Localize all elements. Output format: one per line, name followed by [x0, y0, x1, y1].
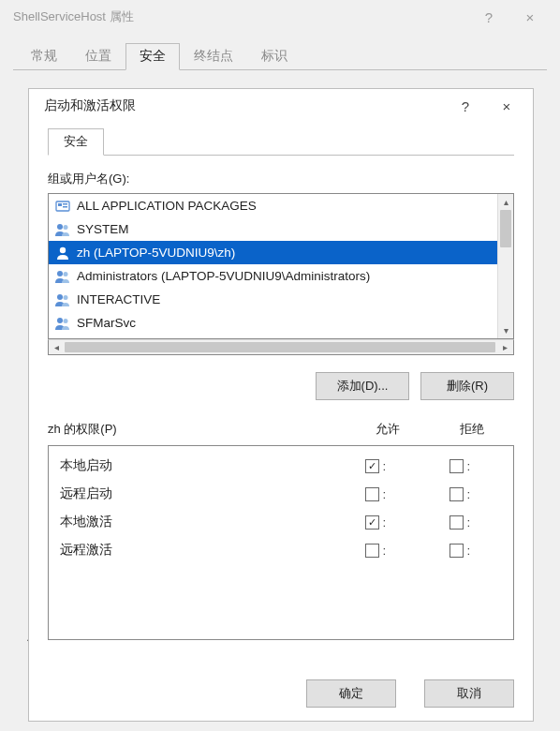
permissions-box: 本地启动✓ : :远程启动 : :本地激活✓ : :远程激活 : : [48, 445, 514, 640]
user-icon [54, 245, 71, 261]
permission-row: 远程激活 : : [49, 536, 513, 564]
svg-point-6 [60, 246, 66, 252]
tab-identity[interactable]: 标识 [247, 43, 302, 70]
permission-label: 本地激活 [60, 514, 333, 530]
scroll-track[interactable] [498, 210, 513, 322]
dialog-help-button[interactable]: ? [445, 92, 486, 120]
svg-rect-2 [63, 203, 67, 205]
checkbox-allow[interactable]: ✓ [365, 515, 379, 530]
users-group-icon [54, 268, 71, 285]
tab-endpoint[interactable]: 终结点 [180, 43, 247, 70]
launch-activation-permissions-dialog: 启动和激活权限 ? × 安全 组或用户名(G): ALL APPLICATION… [28, 88, 534, 722]
list-item-label: Administrators (LAPTOP-5VUDNIU9\Administ… [77, 269, 370, 283]
svg-point-7 [57, 271, 63, 276]
users-group-icon [54, 315, 71, 332]
permissions-col-deny: 拒绝 [430, 421, 514, 438]
list-item-label: SFMarSvc [77, 316, 136, 330]
checkbox-allow[interactable]: ✓ [365, 459, 379, 473]
svg-rect-1 [58, 203, 62, 206]
scroll-down-icon[interactable]: ▾ [498, 322, 513, 338]
checkbox-deny[interactable] [449, 459, 464, 473]
dialog-titlebar: 启动和激活权限 ? × [29, 89, 533, 123]
svg-point-8 [64, 272, 68, 276]
users-group-icon [54, 291, 71, 308]
dialog-tab-security[interactable]: 安全 [48, 128, 104, 156]
list-item-label: zh (LAPTOP-5VUDNIU9\zh) [77, 246, 235, 260]
dialog-body: 组或用户名(G): ALL APPLICATION PACKAGESSYSTEM… [29, 156, 533, 640]
users-group-icon [54, 221, 71, 238]
list-item[interactable]: INTERACTIVE [49, 288, 497, 311]
add-button[interactable]: 添加(D)... [316, 372, 409, 400]
dialog-title: 启动和激活权限 [44, 97, 445, 114]
list-item[interactable]: SYSTEM [49, 217, 497, 241]
scroll-left-icon[interactable]: ◂ [49, 340, 65, 354]
group-or-user-label: 组或用户名(G): [48, 171, 514, 187]
dialog-tab-strip: 安全 [29, 123, 533, 155]
scroll-thumb-h[interactable] [65, 342, 495, 352]
checkbox-deny[interactable] [449, 487, 464, 501]
package-icon [54, 198, 71, 215]
svg-rect-3 [63, 206, 67, 208]
cancel-button[interactable]: 取消 [424, 679, 514, 708]
permission-row: 本地启动✓ : : [49, 452, 513, 480]
svg-point-10 [64, 295, 68, 300]
dialog-bottom-buttons: 确定 取消 [306, 679, 514, 708]
scroll-track-h[interactable] [65, 340, 497, 354]
permission-row: 远程启动 : : [49, 480, 513, 508]
parent-close-button[interactable]: × [509, 3, 551, 31]
svg-point-5 [64, 225, 68, 230]
permissions-header: zh 的权限(P) 允许 拒绝 [48, 421, 514, 438]
list-item[interactable]: Administrators (LAPTOP-5VUDNIU9\Administ… [49, 264, 497, 288]
svg-point-12 [64, 319, 68, 323]
parent-help-button[interactable]: ? [468, 3, 509, 31]
user-buttons-row: 添加(D)... 删除(R) [48, 372, 514, 400]
tab-security[interactable]: 安全 [125, 43, 180, 70]
list-item[interactable]: zh (LAPTOP-5VUDNIU9\zh) [49, 241, 497, 264]
list-item-label: INTERACTIVE [77, 292, 160, 306]
svg-point-9 [57, 294, 63, 300]
svg-point-11 [57, 318, 63, 323]
list-item[interactable]: SFMarSvc [49, 311, 497, 335]
tab-general[interactable]: 常规 [17, 43, 71, 70]
scroll-up-icon[interactable]: ▴ [498, 194, 513, 210]
tab-location[interactable]: 位置 [71, 43, 125, 70]
list-item-label: ALL APPLICATION PACKAGES [77, 199, 257, 213]
list-item[interactable]: ALL APPLICATION PACKAGES [49, 194, 497, 217]
scroll-right-icon[interactable]: ▸ [497, 340, 513, 354]
parent-tab-strip: 常规 位置 安全 终结点 标识 [0, 34, 560, 69]
svg-point-4 [57, 224, 63, 230]
parent-window-title: ShellServiceHost 属性 [13, 8, 468, 25]
ok-button[interactable]: 确定 [306, 679, 396, 708]
checkbox-deny[interactable] [449, 515, 464, 530]
permissions-header-label: zh 的权限(P) [48, 421, 346, 438]
users-scrollbar-horizontal[interactable]: ◂ ▸ [48, 339, 514, 355]
permission-label: 远程激活 [60, 542, 333, 559]
scroll-thumb[interactable] [500, 210, 511, 247]
permission-row: 本地激活✓ : : [49, 508, 513, 536]
remove-button[interactable]: 删除(R) [420, 372, 514, 400]
dialog-close-button[interactable]: × [486, 92, 527, 120]
permission-label: 远程启动 [60, 485, 333, 502]
permission-label: 本地启动 [60, 457, 333, 474]
users-scrollbar-vertical[interactable]: ▴ ▾ [497, 194, 513, 338]
list-item-label: SYSTEM [77, 222, 129, 236]
checkbox-deny[interactable] [449, 544, 464, 558]
users-listbox[interactable]: ALL APPLICATION PACKAGESSYSTEMzh (LAPTOP… [48, 193, 514, 339]
checkbox-allow[interactable] [365, 487, 379, 501]
permissions-col-allow: 允许 [346, 421, 430, 438]
parent-titlebar: ShellServiceHost 属性 ? × [0, 0, 560, 34]
checkbox-allow[interactable] [365, 544, 379, 558]
